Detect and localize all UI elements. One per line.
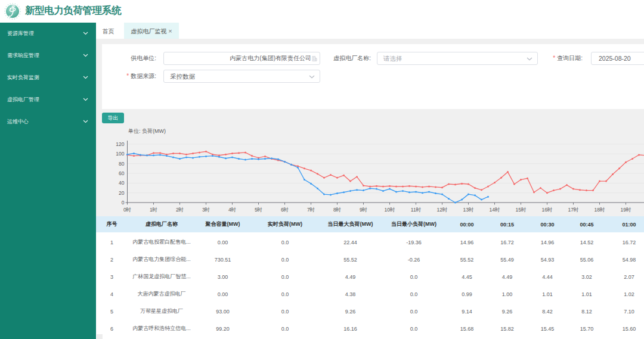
svg-text:40: 40 bbox=[119, 180, 125, 186]
svg-text:6时: 6时 bbox=[281, 207, 289, 213]
svg-text:120: 120 bbox=[116, 141, 124, 147]
svg-text:1时: 1时 bbox=[150, 207, 157, 213]
svg-text:2时: 2时 bbox=[176, 207, 184, 213]
svg-text:15时: 15时 bbox=[516, 207, 527, 213]
svg-text:20: 20 bbox=[119, 190, 125, 196]
svg-text:80: 80 bbox=[119, 161, 125, 167]
svg-text:0: 0 bbox=[122, 200, 125, 206]
svg-text:11时: 11时 bbox=[411, 207, 421, 213]
svg-text:9时: 9时 bbox=[360, 207, 367, 213]
svg-text:5时: 5时 bbox=[255, 207, 262, 213]
svg-text:16时: 16时 bbox=[542, 207, 553, 213]
svg-text:100: 100 bbox=[116, 151, 124, 157]
svg-text:10时: 10时 bbox=[385, 207, 395, 213]
svg-text:13时: 13时 bbox=[463, 207, 474, 213]
svg-text:3时: 3时 bbox=[202, 207, 210, 213]
svg-text:8时: 8时 bbox=[333, 207, 341, 213]
svg-text:18时: 18时 bbox=[595, 207, 605, 213]
svg-text:60: 60 bbox=[119, 170, 125, 176]
svg-text:4时: 4时 bbox=[228, 207, 236, 213]
svg-text:0时: 0时 bbox=[123, 207, 131, 213]
svg-text:19时: 19时 bbox=[621, 207, 631, 213]
svg-text:17时: 17时 bbox=[568, 207, 579, 213]
svg-text:12时: 12时 bbox=[437, 207, 448, 213]
svg-text:14时: 14时 bbox=[490, 207, 500, 213]
svg-text:7时: 7时 bbox=[307, 207, 315, 213]
